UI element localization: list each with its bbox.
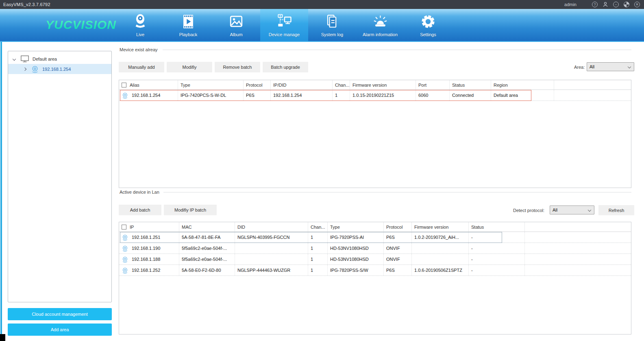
column-header[interactable]: Type <box>178 80 244 90</box>
devices-group-title: Mevice exist alreay <box>120 47 161 52</box>
tab-label: Settings <box>420 32 436 37</box>
tree-node-label: Default area <box>33 57 57 61</box>
main-toolbar: YUCVISION Live <box>0 9 644 42</box>
cell-firmware: 1.0.2-20190726_AiH... <box>412 232 469 243</box>
tab-settings[interactable]: Settings <box>404 9 452 41</box>
column-header-filler <box>554 80 631 90</box>
cell-did <box>235 254 308 264</box>
select-all-checkbox[interactable] <box>122 83 126 87</box>
webcam-icon <box>131 12 149 31</box>
monitor-icon <box>20 55 29 63</box>
column-header[interactable]: Chan... <box>333 80 350 90</box>
cell-filler <box>525 254 631 264</box>
logged-in-user: admin <box>564 2 577 7</box>
tab-live[interactable]: Live <box>116 9 164 41</box>
cell-firmware <box>412 243 469 254</box>
tab-playback[interactable]: Playback <box>164 9 212 41</box>
detect-protocol-value: All <box>553 208 588 212</box>
cell-ip: 192.168.1.188 <box>132 257 160 262</box>
cell-type: HD-53NV1080HSD <box>328 254 384 264</box>
maximize-icon[interactable] <box>624 2 629 7</box>
column-header[interactable]: Protocol <box>384 222 412 232</box>
cloud-account-management-button[interactable]: Cloud account management <box>8 308 112 320</box>
column-header[interactable]: IP/DID <box>271 80 333 90</box>
cursor-artifact <box>0 334 5 341</box>
lan-device-row[interactable]: 192.168.1.251 5A-58-47-81-8E-FA NGLSPN-4… <box>119 232 631 243</box>
area-filter-select[interactable]: All <box>587 62 634 71</box>
lan-table: IP MAC DID Chan... Type Protocol Firmwar… <box>119 222 631 334</box>
cell-filler <box>525 232 631 243</box>
cell-ip: 192.168.1.190 <box>132 246 160 251</box>
column-header[interactable]: Firmware version <box>350 80 416 90</box>
cell-mac: 5A-58-E0-F2-6D-80 <box>179 265 235 275</box>
modify-ip-batch-button[interactable]: Modifiy IP batch <box>164 205 217 215</box>
tree-node-default-area[interactable]: Default area <box>8 54 111 64</box>
cell-ip: 192.168.1.252 <box>132 268 160 273</box>
tree-node-device[interactable]: 192.168.1.254 <box>8 64 111 74</box>
tab-label: Alarm information <box>363 32 398 37</box>
camera-icon <box>122 267 128 273</box>
column-header[interactable]: Type <box>328 222 384 232</box>
column-header[interactable]: Firmware version <box>412 222 469 232</box>
column-header[interactable]: Port <box>416 80 450 90</box>
cell-alias: 192.168.1.254 <box>132 93 160 98</box>
cell-protocol: P6S <box>384 265 412 275</box>
cell-filler <box>525 243 631 254</box>
column-header[interactable]: DID <box>235 222 308 232</box>
lan-group-title: Active device in Lan <box>120 190 163 195</box>
tab-label: Device manage <box>269 32 300 37</box>
column-header[interactable]: MAC <box>179 222 235 232</box>
log-document-icon <box>323 12 341 31</box>
cell-type: IPG-7920PSS-AI <box>328 232 384 243</box>
remove-batch-button[interactable]: Remove batch <box>215 62 260 72</box>
cell-ip-did: 192.168.1.254 <box>271 90 333 101</box>
device-row[interactable]: 192.168.1.254 IPG-7420PCS-S-W-DL P6S 192… <box>119 90 631 101</box>
manually-add-button[interactable]: Manually add <box>119 62 164 72</box>
tab-album[interactable]: Album <box>212 9 260 41</box>
cell-channels: 1 <box>308 243 328 254</box>
column-header[interactable]: IP <box>130 225 134 230</box>
chevron-down-icon[interactable] <box>13 57 16 60</box>
tab-device-manage[interactable]: Device manage <box>260 9 308 41</box>
cell-filler <box>554 90 631 101</box>
column-header[interactable]: Protocol <box>244 80 271 90</box>
add-area-button[interactable]: Add area <box>8 324 112 336</box>
lan-group-line <box>163 192 631 192</box>
column-header-filler <box>525 222 631 232</box>
refresh-button[interactable]: Refresh <box>598 205 634 215</box>
camera-icon <box>122 234 128 240</box>
camera-icon <box>31 66 39 73</box>
tab-alarm-information[interactable]: Alarm information <box>356 9 404 41</box>
cell-status: - <box>469 254 525 264</box>
window-left-border <box>0 42 2 341</box>
column-header[interactable]: Region <box>491 80 554 90</box>
add-batch-button[interactable]: Add batch <box>119 205 161 215</box>
user-icon[interactable] <box>603 2 608 7</box>
tab-system-log[interactable]: System log <box>308 9 356 41</box>
column-header[interactable]: Status <box>469 222 525 232</box>
column-header[interactable]: Chan... <box>308 222 328 232</box>
lan-device-row[interactable]: 192.168.1.188 5f5a69c2-e0ae-504f-... 1 H… <box>119 254 631 265</box>
minimize-icon[interactable]: − <box>613 2 619 7</box>
modify-button[interactable]: Modifiy <box>167 62 212 72</box>
chevron-right-icon[interactable] <box>23 67 26 70</box>
cell-status: - <box>469 232 525 243</box>
tree-node-label: 192.168.1.254 <box>42 67 71 72</box>
batch-upgrade-button[interactable]: Batch upgrade <box>263 62 308 72</box>
alarm-siren-icon <box>371 12 389 31</box>
column-header[interactable]: Status <box>450 80 491 90</box>
title-bar: EasyVMS_v2.3.7.6792 admin ? − ✕ <box>0 0 644 9</box>
help-icon[interactable]: ? <box>592 2 598 7</box>
cell-type: IPG-7420PCS-S-W-DL <box>178 90 244 101</box>
select-all-checkbox[interactable] <box>122 225 126 230</box>
photo-icon <box>227 12 245 31</box>
lan-device-row[interactable]: 192.168.1.190 5f5a69c2-e0ae-504f-... 1 H… <box>119 243 631 254</box>
cell-region: Default area <box>491 90 554 101</box>
device-tree-icon <box>275 12 293 31</box>
brand-logo: YUCVISION <box>46 18 116 32</box>
devices-group-line <box>163 50 631 50</box>
lan-device-row[interactable]: 192.168.1.252 5A-58-E0-F2-6D-80 NGLSPP-4… <box>119 265 631 276</box>
close-icon[interactable]: ✕ <box>634 2 640 7</box>
detect-protocol-select[interactable]: All <box>550 205 594 214</box>
column-header[interactable]: Alias <box>130 83 139 87</box>
